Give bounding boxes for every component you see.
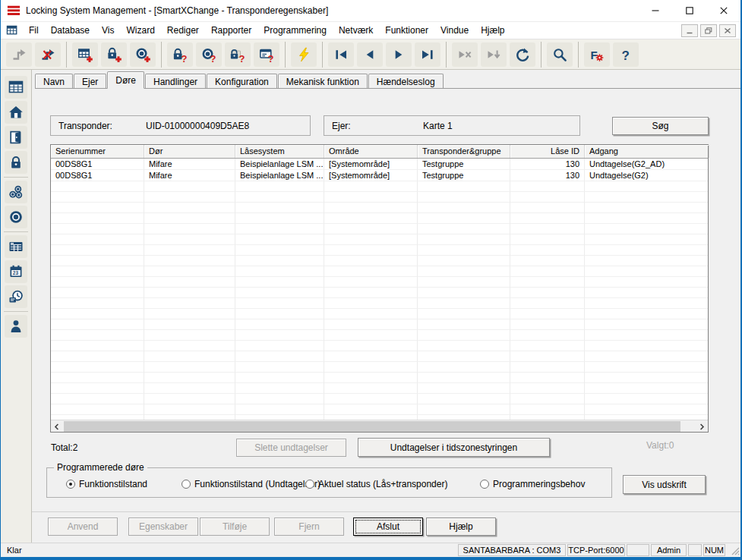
radio-funktionstilstand[interactable]: Funktionstilstand — [66, 479, 147, 489]
tab-navn[interactable]: Navn — [35, 74, 73, 88]
sidebar-transponder-button[interactable] — [5, 206, 27, 228]
radio-funktionstilstand-undtagelser[interactable]: Funktionstilstand (Undtagelser) — [182, 479, 320, 489]
table-row[interactable]: 00DS8G1MifareBeispielanlage LSM ...[Syst… — [51, 159, 708, 170]
table-cell — [144, 373, 235, 383]
first-record-button[interactable] — [328, 42, 354, 67]
egenskaber-button[interactable]: Egenskaber — [128, 518, 198, 536]
search-button[interactable]: Søg — [612, 117, 709, 135]
fjern-button[interactable]: Fjern — [274, 518, 344, 536]
tab-konfiguration[interactable]: Konfiguration — [207, 74, 277, 88]
table-empty-row — [51, 192, 708, 203]
scrollbar-thumb[interactable] — [64, 421, 680, 432]
tab-mekanisk-funktion[interactable]: Mekanisk funktion — [278, 74, 368, 88]
read-mifare-card-button[interactable]: ? — [254, 42, 279, 67]
sidebar-lock-button[interactable] — [5, 151, 27, 174]
disconnect-button[interactable] — [35, 42, 61, 67]
radio-programmeringsbehov[interactable]: Programmeringsbehov — [480, 479, 585, 489]
new-lock-button[interactable] — [101, 42, 127, 67]
next-record-button[interactable] — [386, 42, 412, 67]
read-mifare-lock-icon: ? — [230, 47, 245, 62]
sidebar-transponder-group-button[interactable] — [5, 181, 27, 203]
column-header-doer[interactable]: Dør — [144, 145, 235, 158]
horizontal-scrollbar[interactable] — [51, 420, 708, 432]
program-button[interactable] — [291, 42, 317, 67]
menu-funktioner[interactable]: Funktioner — [379, 23, 434, 38]
table-cell — [324, 277, 418, 288]
radio-label: Funktionstilstand — [79, 479, 147, 489]
table-empty-row — [51, 234, 708, 245]
maximize-button[interactable] — [672, 0, 706, 21]
search-button[interactable] — [547, 42, 573, 67]
tab-doere[interactable]: Døre — [107, 71, 144, 89]
timezone-exceptions-button[interactable]: Undtagelser i tidszonestyringen — [358, 438, 550, 457]
mdi-restore-button[interactable] — [700, 24, 717, 37]
table-cell — [324, 298, 418, 309]
anvend-button[interactable]: Anvend — [48, 518, 118, 536]
sidebar-matrix-small-button[interactable] — [5, 235, 27, 258]
connect-button[interactable] — [6, 42, 32, 67]
filter-settings-button[interactable]: F — [584, 42, 610, 67]
sidebar-home-button[interactable] — [5, 101, 27, 124]
menu-rapporter[interactable]: Rapporter — [205, 23, 257, 38]
tab-ejer[interactable]: Ejer — [74, 74, 106, 88]
minimize-button[interactable] — [638, 0, 672, 21]
sidebar-matrix-button[interactable] — [5, 76, 27, 99]
cancel-edit-button[interactable] — [452, 42, 478, 67]
column-header-omraade[interactable]: Område — [324, 145, 418, 158]
refresh-button[interactable] — [510, 42, 535, 67]
close-button[interactable] — [706, 0, 740, 21]
hjaelp-button[interactable]: Hjælp — [426, 518, 496, 536]
table-cell — [510, 256, 585, 266]
previous-record-button[interactable] — [357, 42, 383, 67]
column-header-adgang[interactable]: Adgang — [585, 145, 709, 158]
print-preview-button[interactable]: Vis udskrift — [623, 475, 706, 494]
menu-wizard[interactable]: Wizard — [121, 23, 161, 38]
read-lock-button[interactable]: ? — [167, 42, 193, 67]
menu-programmering[interactable]: Programmering — [257, 23, 333, 38]
column-header-transponder-gruppe[interactable]: Transponder&gruppe — [418, 145, 510, 158]
save-record-icon — [486, 47, 501, 62]
tab-handlinger[interactable]: Handlinger — [145, 74, 206, 88]
scroll-right-icon[interactable] — [696, 421, 708, 432]
radio-aktuel-status-laas-transponder[interactable]: Aktuel status (Lås+transponder) — [305, 479, 447, 489]
tab-haendelseslog[interactable]: Hændelseslog — [368, 74, 444, 88]
menu-vis[interactable]: Vis — [96, 23, 120, 38]
menu-fil[interactable]: Fil — [23, 23, 45, 38]
filter-gear-icon: F — [589, 47, 605, 62]
mdi-minimize-button[interactable] — [681, 24, 698, 37]
table-row[interactable]: 00DS8G1MifareBeispielanlage LSM ...[Syst… — [51, 170, 708, 181]
table-cell — [324, 394, 418, 404]
table-cell — [235, 351, 324, 362]
mdi-close-button[interactable] — [719, 24, 736, 37]
column-header-laase-id[interactable]: Låse ID — [510, 145, 585, 158]
last-record-button[interactable] — [415, 42, 440, 67]
sidebar-time-plan-button[interactable] — [5, 285, 27, 308]
sidebar-door-button[interactable] — [5, 126, 27, 149]
read-transponder-button[interactable]: ? — [196, 42, 222, 67]
tilfoeje-button[interactable]: Tilføje — [200, 518, 270, 536]
menu-rediger[interactable]: Rediger — [161, 23, 205, 38]
menu-netvaerk[interactable]: Netværk — [333, 23, 379, 38]
column-header-laasesystem[interactable]: Låsesystem — [235, 145, 324, 158]
table-cell — [585, 373, 708, 383]
radio-button-icon — [305, 480, 314, 489]
afslut-button[interactable]: Afslut — [353, 518, 423, 536]
scroll-left-icon[interactable] — [51, 421, 63, 432]
read-mifare-lock-button[interactable]: ? — [225, 42, 251, 67]
menu-hjaelp[interactable]: Hjælp — [475, 23, 510, 38]
table-cell — [585, 394, 708, 404]
help-icon: ? — [618, 47, 633, 62]
delete-exceptions-button[interactable]: Slette undtagelser — [236, 439, 346, 457]
menu-vindue[interactable]: Vindue — [434, 23, 475, 38]
sidebar-user-button[interactable] — [5, 315, 27, 338]
sidebar-separator — [4, 177, 28, 178]
new-transponder-button[interactable] — [130, 42, 156, 67]
column-header-serienummer[interactable]: Serienummer — [51, 145, 144, 158]
sidebar-calendar-button[interactable]: 23 — [5, 260, 27, 283]
help-button[interactable]: ? — [613, 42, 639, 67]
footer-divider — [32, 511, 740, 512]
save-record-button[interactable] — [481, 42, 507, 67]
menu-database[interactable]: Database — [45, 23, 96, 38]
new-locking-system-button[interactable] — [72, 42, 98, 67]
resize-grip-icon[interactable] — [727, 544, 740, 556]
